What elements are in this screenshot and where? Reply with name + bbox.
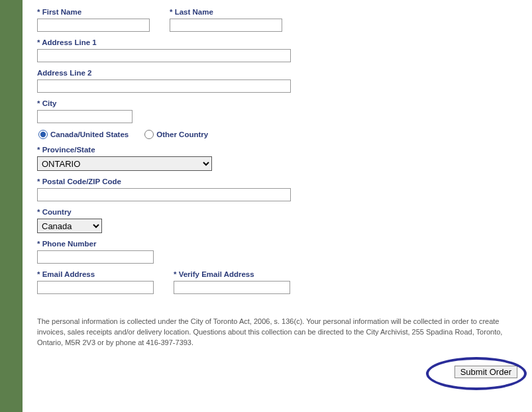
city-input[interactable] — [37, 110, 133, 123]
canada-us-radio[interactable] — [38, 130, 48, 139]
address2-input[interactable] — [37, 79, 291, 93]
canada-us-radio-text: Canada/United States — [50, 130, 129, 138]
submit-row: Submit Order — [37, 366, 521, 378]
first-name-label: * First Name — [37, 8, 150, 16]
verify-email-input[interactable] — [174, 281, 290, 294]
submit-order-button[interactable]: Submit Order — [454, 366, 517, 378]
address1-label: * Address Line 1 — [37, 38, 521, 46]
last-name-input[interactable] — [170, 19, 282, 32]
first-name-input[interactable] — [37, 19, 150, 32]
other-country-radio[interactable] — [144, 130, 154, 139]
city-label: * City — [37, 99, 521, 107]
phone-label: * Phone Number — [37, 240, 521, 248]
verify-email-label: * Verify Email Address — [174, 270, 290, 278]
country-label: * Country — [37, 208, 521, 216]
address2-label: Address Line 2 — [37, 69, 521, 77]
province-select[interactable]: ONTARIO — [37, 156, 212, 171]
canada-us-radio-label[interactable]: Canada/United States — [38, 130, 129, 139]
form-content: * First Name * Last Name * Address Line … — [23, 0, 532, 412]
postal-label: * Postal Code/ZIP Code — [37, 178, 521, 185]
email-label: * Email Address — [37, 270, 154, 278]
country-radio-group: Canada/United States Other Country — [38, 130, 521, 139]
last-name-label: * Last Name — [170, 8, 282, 16]
postal-input[interactable] — [37, 188, 291, 201]
email-input[interactable] — [37, 281, 154, 294]
left-sidebar — [0, 0, 23, 412]
phone-input[interactable] — [37, 250, 154, 264]
country-select[interactable]: Canada — [37, 219, 102, 233]
address1-input[interactable] — [37, 49, 291, 62]
other-country-radio-label[interactable]: Other Country — [144, 130, 208, 139]
province-label: * Province/State — [37, 146, 521, 154]
other-country-radio-text: Other Country — [156, 130, 208, 138]
privacy-disclaimer: The personal information is collected un… — [37, 317, 521, 348]
